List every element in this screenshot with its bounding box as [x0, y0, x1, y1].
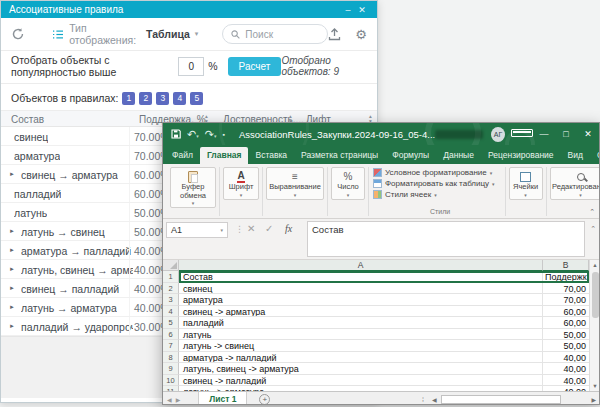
row-header[interactable]: 8 [163, 352, 179, 364]
tab-help[interactable]: Справка [590, 147, 600, 164]
cell-a10[interactable]: свинец -> палладий [179, 375, 543, 387]
cell-b7[interactable]: 50,00 [543, 340, 589, 352]
column-header-a[interactable]: A [179, 260, 543, 271]
close-icon[interactable]: ✕ [577, 129, 599, 139]
row-header[interactable]: 5 [163, 317, 179, 329]
collapse-ribbon-icon[interactable]: ⌃ [589, 208, 595, 216]
cell-b3[interactable]: 70,00 [543, 294, 589, 306]
tab-insert[interactable]: Вставка [248, 147, 294, 164]
cancel-entry-icon[interactable]: ✕ [247, 223, 255, 234]
confirm-entry-icon[interactable]: ✓ [265, 223, 273, 234]
name-box[interactable]: A1 ▾ [166, 222, 228, 238]
rule-size-chip-4[interactable]: 4 [173, 92, 186, 105]
rule-size-chip-5[interactable]: 5 [190, 92, 203, 105]
grid-row[interactable]: 5палладий60,00 [163, 317, 589, 329]
cell-b5[interactable]: 60,00 [543, 317, 589, 329]
grid-row[interactable]: 2свинец70,00 [163, 283, 589, 295]
grid-row[interactable]: 6латунь50,00 [163, 329, 589, 341]
tab-formulas[interactable]: Формулы [385, 147, 436, 164]
hscroll-right-icon[interactable]: ▶ [591, 396, 596, 403]
conditional-formatting-button[interactable]: Условное форматирование ▾ [373, 168, 492, 177]
cell-b2[interactable]: 70,00 [543, 283, 589, 295]
customize-qat-icon[interactable]: ▪ [222, 131, 224, 138]
editing-button[interactable]: Редактирование ▾ [550, 167, 600, 200]
number-button[interactable]: % Число ▾ [331, 167, 365, 200]
hscroll-left-icon[interactable]: ◀ [432, 396, 437, 403]
vertical-scrollbar[interactable]: ▲ ▼ [589, 260, 599, 391]
row-header[interactable]: 2 [163, 283, 179, 295]
cell-b10[interactable]: 40,00 [543, 375, 589, 387]
save-icon[interactable] [171, 129, 181, 139]
tab-file[interactable]: Файл [165, 147, 200, 164]
sheet-prev-icon[interactable]: ◀ [163, 396, 176, 403]
clipboard-button[interactable]: Буфер обмена ▾ [170, 167, 216, 208]
refresh-icon[interactable] [11, 27, 25, 41]
grid-row[interactable]: 3арматура70,00 [163, 294, 589, 306]
ribbon-display-options-icon[interactable] [511, 129, 533, 139]
close-icon[interactable]: ✕ [355, 5, 369, 15]
cells-button[interactable]: Ячейки ▾ [509, 167, 543, 200]
tab-home[interactable]: Главная [200, 147, 249, 164]
export-icon[interactable] [328, 28, 341, 41]
undo-icon[interactable]: ↶▾ [187, 129, 199, 140]
tab-data[interactable]: Данные [436, 147, 481, 164]
select-all-corner[interactable] [163, 260, 179, 271]
row-header[interactable]: 9 [163, 363, 179, 375]
expand-arrow-icon[interactable]: ► [9, 266, 15, 272]
expand-arrow-icon[interactable]: ► [9, 304, 15, 310]
grid-row[interactable]: 7латунь -> свинец50,00 [163, 340, 589, 352]
grid-row[interactable]: 10свинец -> палладий40,00 [163, 375, 589, 387]
insert-function-icon[interactable]: fx [285, 223, 292, 234]
scroll-down-icon[interactable]: ▼ [590, 381, 600, 391]
cell-b6[interactable]: 50,00 [543, 329, 589, 341]
rule-size-chip-1[interactable]: 1 [122, 92, 135, 105]
redo-icon[interactable]: ↷▾ [205, 129, 217, 140]
grid-row[interactable]: 4свинец -> арматура60,00 [163, 306, 589, 318]
cell-b4[interactable]: 60,00 [543, 306, 589, 318]
grid-row[interactable]: 1СоставПоддержка [163, 271, 589, 283]
expand-formula-bar-icon[interactable]: ⌃ [590, 225, 596, 233]
cell-a9[interactable]: латунь, свинец -> арматура [179, 363, 543, 375]
row-header[interactable]: 4 [163, 306, 179, 318]
cell-a1[interactable]: Состав [179, 271, 543, 283]
rule-size-chip-2[interactable]: 2 [139, 92, 152, 105]
sheet-tab[interactable]: Лист 1 [198, 392, 247, 406]
row-header[interactable]: 6 [163, 329, 179, 341]
column-header-b[interactable]: B [543, 260, 589, 271]
cell-styles-button[interactable]: Стили ячеек ▾ [373, 190, 437, 199]
minimize-icon[interactable]: – [341, 5, 355, 15]
add-sheet-icon[interactable]: + [259, 394, 270, 405]
cell-a6[interactable]: латунь [179, 329, 543, 341]
formula-input[interactable]: Состав [307, 221, 585, 257]
format-as-table-button[interactable]: Форматировать как таблицу ▾ [373, 179, 495, 188]
expand-arrow-icon[interactable]: ► [9, 171, 15, 177]
row-header[interactable]: 3 [163, 294, 179, 306]
search-box[interactable] [222, 24, 328, 44]
row-header[interactable]: 7 [163, 340, 179, 352]
cell-a8[interactable]: арматура -> палладий [179, 352, 543, 364]
maximize-icon[interactable]: □ [555, 129, 577, 139]
horizontal-scrollbar[interactable] [441, 395, 561, 404]
expand-arrow-icon[interactable]: ► [9, 228, 15, 234]
rule-size-chip-3[interactable]: 3 [156, 92, 169, 105]
settings-gear-icon[interactable]: ⚙ [355, 28, 367, 41]
expand-arrow-icon[interactable]: ► [9, 285, 15, 291]
expand-arrow-icon[interactable]: ► [9, 247, 15, 253]
row-header[interactable]: 10 [163, 375, 179, 387]
sheet-next-icon[interactable]: ▶ [176, 396, 185, 403]
display-type-dropdown[interactable]: Тип отображения: Таблица ▾ [53, 22, 198, 46]
tab-page-layout[interactable]: Разметка страницы [294, 147, 385, 164]
cell-a5[interactable]: палладий [179, 317, 543, 329]
popularity-threshold-input[interactable] [178, 57, 204, 76]
avatar[interactable]: АГ [491, 127, 505, 142]
cell-a7[interactable]: латунь -> свинец [179, 340, 543, 352]
cell-b8[interactable]: 40,00 [543, 352, 589, 364]
cell-a2[interactable]: свинец [179, 283, 543, 295]
expand-arrow-icon[interactable]: ► [9, 323, 15, 329]
row-header[interactable]: 1 [163, 271, 179, 283]
calculate-button[interactable]: Расчет [228, 57, 282, 76]
minimize-icon[interactable]: — [533, 129, 555, 139]
cell-b1[interactable]: Поддержка [543, 271, 589, 283]
font-button[interactable]: А Шрифт ▾ [223, 167, 259, 200]
scroll-up-icon[interactable]: ▲ [590, 260, 600, 270]
